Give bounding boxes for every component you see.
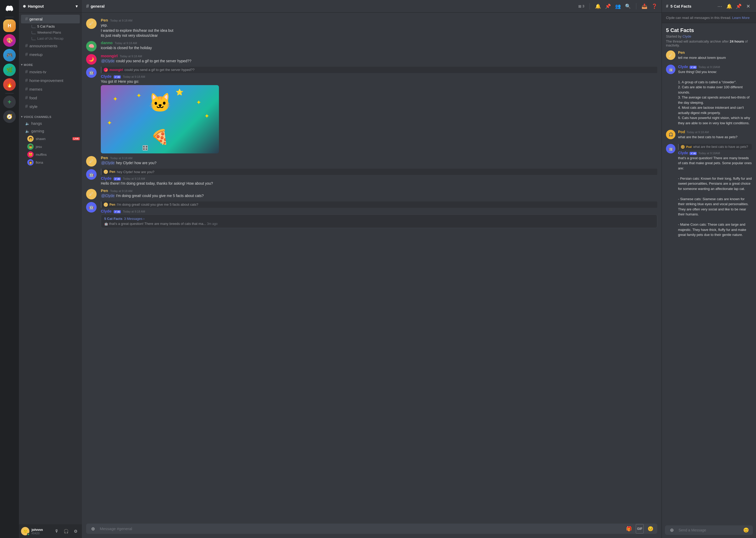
pizza-emoji: 🍕: [151, 129, 169, 145]
thread-preview-title: 5 Cat Facts: [104, 217, 122, 221]
message-time-danno: Today at 9:18 AM: [115, 41, 137, 45]
thread-header: # 5 Cat Facts ⋯ 🔔 📌 ✕: [662, 0, 756, 13]
channel-name-general: general: [29, 17, 42, 21]
channel-hash-icon: #: [25, 16, 28, 22]
message-author-pen-3: Pen: [101, 188, 108, 193]
notifications-button[interactable]: 🔔: [595, 3, 601, 9]
channel-hash-food: #: [25, 95, 28, 101]
channel-hash-memes: #: [25, 86, 28, 92]
thread-emoji-button[interactable]: 😊: [741, 525, 751, 535]
cat-image: ✦ ✦ ✦ ✦ ✦ ⭐ 🐱 🍕 🎛️: [101, 85, 219, 153]
threads-icon: ⊞: [578, 4, 582, 8]
thread-item-5-cat-facts[interactable]: 5 Cat Facts: [21, 24, 80, 29]
discord-logo[interactable]: [3, 2, 16, 15]
thread-info-bar: Clyde can read all messages in this thre…: [662, 13, 756, 23]
server-icon-3[interactable]: 🎮: [3, 49, 16, 62]
thread-message-input[interactable]: [679, 525, 739, 535]
explore-button[interactable]: 🧭: [3, 110, 16, 123]
category-voice[interactable]: ▾ VOICE CHANNELS: [19, 111, 82, 120]
channel-item-general[interactable]: # general: [21, 15, 80, 24]
thread-learn-more-link[interactable]: Learn More: [732, 16, 749, 20]
thread-more-button[interactable]: ⋯: [716, 3, 724, 10]
thread-preview[interactable]: 5 Cat Facts 3 Messages › 🤖 that's a grea…: [101, 214, 657, 228]
gif-button[interactable]: GIF: [636, 524, 644, 534]
server-icon-4[interactable]: 🌿: [3, 64, 16, 76]
thread-pin-button[interactable]: 📌: [735, 3, 742, 10]
thread-msg-header-pen: Pen: [678, 50, 752, 55]
members-button[interactable]: 👥: [615, 3, 621, 9]
voice-user-name-jesu: jesu: [36, 145, 42, 149]
channel-item-movies-tv[interactable]: # movies-tv: [21, 68, 80, 76]
thread-notification-button[interactable]: 🔔: [726, 3, 733, 10]
message-group-pen-1: 🖊 Pen Today at 9:18 AM yep. I wanted to …: [82, 17, 661, 39]
message-input[interactable]: [100, 523, 622, 534]
channel-item-memes[interactable]: # memes: [21, 85, 80, 93]
message-author-clyde-1: Clyde: [101, 74, 112, 79]
channel-hash-icon-3: #: [25, 52, 28, 57]
channel-item-meetup[interactable]: # meetup: [21, 50, 80, 59]
channel-item-announcements[interactable]: # announcements: [21, 41, 80, 50]
channel-name-home-improvement: home-improvement: [29, 78, 63, 83]
message-text-pen-1b: I wanted to explore this/hear out the id…: [101, 28, 657, 33]
search-button[interactable]: 🔍: [625, 3, 631, 9]
thread-close-button[interactable]: ✕: [744, 3, 752, 10]
channel-item-gaming[interactable]: 🔈 gaming: [21, 127, 80, 135]
channel-name-food: food: [29, 96, 37, 100]
channel-item-hangs[interactable]: 🔈 hangs: [21, 120, 80, 127]
settings-button[interactable]: ⚙: [71, 527, 80, 535]
thread-msg-text-pod: what are the best cats to have as pets?: [678, 134, 752, 140]
message-author-clyde-2: Clyde: [101, 176, 112, 181]
thread-item-last-of-us[interactable]: Last of Us Recap: [21, 35, 80, 41]
speaker-icon-gaming: 🔈: [25, 129, 30, 133]
thread-message-pod: 🎧 Pod Today at 9:18 AM what are the best…: [666, 130, 752, 140]
emoji-button[interactable]: 😊: [646, 524, 655, 534]
server-icon-5[interactable]: 🔥: [3, 78, 16, 91]
channel-item-food[interactable]: # food: [21, 93, 80, 102]
quoted-text-1: could you send a gif to get the server h…: [124, 68, 195, 72]
thread-count-badge[interactable]: ⊞ 3: [578, 4, 584, 8]
channel-item-home-improvement[interactable]: # home-improvement: [21, 76, 80, 85]
inbox-button[interactable]: 📥: [641, 3, 647, 9]
thread-avatar-clyde-1: 🤖: [666, 65, 676, 74]
mute-button[interactable]: 🎙: [53, 527, 61, 535]
help-button[interactable]: ❓: [651, 3, 657, 9]
message-time-pen-1: Today at 9:18 AM: [110, 19, 132, 22]
message-time-moongirl: Today at 9:18 AM: [120, 55, 142, 58]
channel-name-meetup: meetup: [29, 52, 42, 57]
message-text-moongirl: @Clyde could you send a gif to get the s…: [101, 59, 657, 64]
thread-message-pen: 🖊 Pen tell me more about lorem ipsum: [666, 50, 752, 60]
deafen-button[interactable]: 🎧: [62, 527, 71, 535]
message-header-danno: danno Today at 9:18 AM: [101, 40, 657, 45]
voice-user-name-fiona: fiona: [36, 161, 43, 164]
gift-button[interactable]: 🎁: [624, 524, 634, 534]
channel-item-style[interactable]: # style: [21, 102, 80, 111]
server-icon-2[interactable]: 🎨: [3, 34, 16, 47]
message-content-pen-2: Pen Today at 9:18 AM @Clyde hey Clyde! h…: [101, 155, 657, 167]
thread-preview-time: 3m ago: [207, 222, 217, 226]
voice-avatar-jesu: 👦: [27, 143, 34, 150]
category-more[interactable]: ▾ MORE: [19, 59, 82, 68]
message-group-danno: 🧠 danno Today at 9:18 AM iconlab is clos…: [82, 39, 661, 53]
thread-message-clyde-2: 🤖 🎧 Pod what are the best cats to have a…: [666, 144, 752, 238]
thread-add-button[interactable]: ⊕: [667, 525, 677, 535]
ai-badge-3: ✓ AI: [114, 210, 121, 213]
pin-button[interactable]: 📌: [605, 3, 611, 9]
server-header[interactable]: Hangout ▾: [19, 0, 82, 13]
thread-messages-link[interactable]: 3 Messages ›: [124, 217, 144, 221]
header-actions: ⊞ 3 🔔 📌 👥 🔍 📥 ❓: [578, 3, 657, 10]
quoted-message-2: 🖊 Pen hey Clyde! how are you?: [101, 169, 657, 175]
thread-main-title: 5 Cat Facts: [666, 27, 752, 33]
thread-item-weekend-plans[interactable]: Weekend Plans: [21, 29, 80, 35]
message-input-wrapper: ⊕ 🎁 GIF 😊: [86, 523, 657, 534]
thread-ai-badge-2: ✓ AI: [689, 152, 697, 155]
thread-msg-time-clyde-2: Today at 9:18AM: [698, 152, 720, 155]
add-attachment-button[interactable]: ⊕: [88, 524, 98, 534]
mention-clyde-2: @Clyde: [101, 161, 115, 165]
live-badge-shawn: LIVE: [72, 137, 80, 140]
server-icon-hangout[interactable]: H: [3, 20, 16, 32]
message-header-clyde-3: Clyde ✓ AI Today at 9:18 AM: [101, 209, 657, 213]
voice-user-muffins: 🐱 muffins: [19, 150, 82, 158]
add-server-button[interactable]: +: [3, 96, 16, 108]
server-divider: [5, 17, 14, 17]
thread-name-weekend-plans: Weekend Plans: [37, 30, 61, 34]
